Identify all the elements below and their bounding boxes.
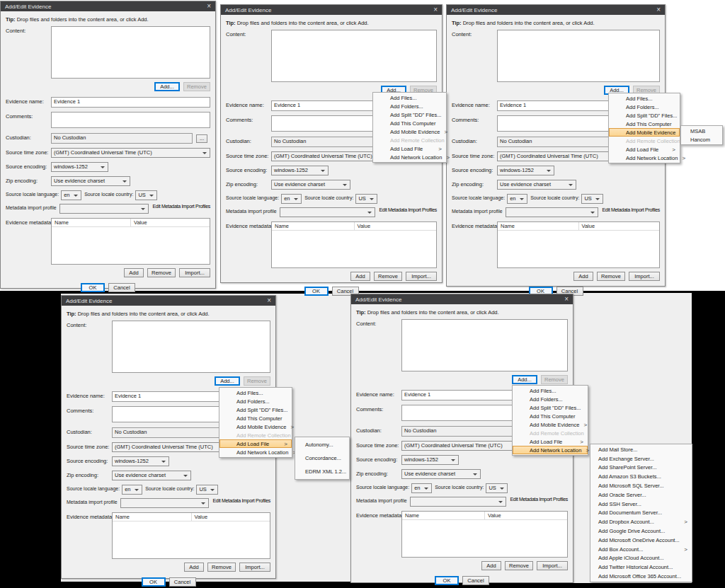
ok-button[interactable]: OK (304, 287, 329, 296)
metadata-import-profile-select[interactable] (410, 497, 507, 507)
source-encoding-select[interactable]: windows-1252 (51, 162, 108, 172)
menu-item-add-network-location[interactable]: Add Network Location> (219, 448, 292, 456)
menu-item-add-split-dd-files[interactable]: Add Split "DD" Files... (373, 110, 446, 119)
menu-item-add-this-computer[interactable]: Add This Computer (609, 120, 680, 128)
add-button[interactable]: Add... (154, 82, 180, 91)
content-drop-area[interactable] (497, 30, 660, 82)
edit-metadata-import-profiles-link[interactable]: Edit Metadata Import Profiles (212, 498, 270, 503)
close-icon[interactable]: × (207, 3, 211, 10)
close-icon[interactable]: × (656, 6, 661, 13)
metadata-remove-button[interactable]: Remove (597, 272, 625, 281)
menu-item-add-mobile-evidence[interactable]: Add Mobile Evidence> (513, 420, 588, 429)
menu-item-add-this-computer[interactable]: Add This Computer (219, 414, 292, 422)
source-time-zone-select[interactable]: (GMT) Coordinated Universal Time (UTC) (51, 148, 210, 158)
submenu-item-add-amazon-s3-buckets[interactable]: Add Amazon S3 Buckets... (590, 472, 692, 481)
source-locale-language-select[interactable]: en (61, 190, 81, 200)
submenu-item-add-microsoft-sql-server[interactable]: Add Microsoft SQL Server... (590, 481, 692, 490)
close-icon[interactable]: × (564, 296, 569, 303)
submenu-item-add-google-drive-account[interactable]: Add Google Drive Account... (590, 526, 692, 536)
menu-item-add-folders[interactable]: Add Folders... (373, 102, 446, 110)
source-locale-language-select[interactable]: en (122, 485, 142, 495)
zip-encoding-select[interactable]: Use evidence charset (401, 469, 481, 479)
submenu-item-add-documentum-server[interactable]: Add Documentum Server... (590, 509, 692, 518)
zip-encoding-select[interactable]: Use evidence charset (112, 471, 191, 480)
menu-item-add-mobile-evidence[interactable]: Add Mobile Evidence> (373, 127, 446, 136)
metadata-import-profile-select[interactable] (280, 207, 376, 217)
metadata-import-button[interactable]: Import... (406, 272, 437, 281)
submenu-item-add-apple-icloud-account[interactable]: Add Apple iCloud Account... (590, 554, 692, 563)
menu-item-add-network-location[interactable]: Add Network Location> (609, 154, 680, 162)
metadata-import-profile-select[interactable] (120, 498, 210, 508)
cancel-button[interactable]: Cancel (462, 576, 489, 585)
submenu-item-concordance[interactable]: Concordance... (295, 451, 349, 465)
ok-button[interactable]: OK (142, 577, 166, 587)
metadata-import-profile-select[interactable] (506, 207, 599, 217)
close-icon[interactable]: × (267, 297, 271, 304)
metadata-add-button[interactable]: Add (124, 268, 144, 277)
submenu-item-add-exchange-server[interactable]: Add Exchange Server... (590, 454, 692, 463)
dialog-titlebar[interactable]: Add/Edit Evidence × (1, 1, 215, 11)
source-locale-country-select[interactable]: US (486, 483, 508, 493)
evidence-metadata-table[interactable]: Name Value (51, 218, 210, 265)
metadata-remove-button[interactable]: Remove (374, 272, 402, 281)
submenu-item-add-mail-store[interactable]: Add Mail Store... (590, 445, 692, 454)
menu-item-add-split-dd-files[interactable]: Add Split "DD" Files... (219, 405, 292, 414)
source-encoding-select[interactable]: windows-1252 (497, 166, 554, 175)
menu-item-add-load-file[interactable]: Add Load File> (513, 437, 588, 446)
custodian-browse-button[interactable]: ... (196, 134, 207, 143)
menu-item-add-files[interactable]: Add Files... (219, 388, 292, 397)
edit-metadata-import-profiles-link[interactable]: Edit Metadata Import Profiles (379, 207, 437, 212)
submenu-item-add-sharepoint-server[interactable]: Add SharePoint Server... (590, 463, 692, 473)
submenu-item-autonomy[interactable]: Autonomy... (295, 438, 349, 451)
dialog-titlebar[interactable]: Add/Edit Evidence × (62, 296, 275, 306)
menu-item-add-files[interactable]: Add Files... (373, 93, 446, 102)
submenu-item-hancom[interactable]: Hancom (681, 135, 722, 144)
content-drop-area[interactable] (401, 319, 568, 371)
ok-button[interactable]: OK (81, 283, 105, 292)
source-locale-country-select[interactable]: US (355, 194, 377, 204)
dialog-titlebar[interactable]: Add/Edit Evidence × (221, 5, 442, 15)
content-drop-area[interactable] (51, 26, 210, 79)
evidence-metadata-table[interactable]: Name Value (497, 221, 660, 268)
zip-encoding-select[interactable]: Use evidence charset (51, 176, 130, 186)
submenu-item-add-dropbox-account[interactable]: Add Dropbox Account...> (590, 517, 692, 526)
edit-metadata-import-profiles-link[interactable]: Edit Metadata Import Profiles (152, 204, 210, 209)
add-button[interactable]: Add... (215, 376, 240, 386)
menu-item-add-load-file[interactable]: Add Load File> (219, 439, 292, 448)
menu-item-add-network-location[interactable]: Add Network Location> (513, 446, 588, 454)
menu-item-add-mobile-evidence[interactable]: Add Mobile Evidence> (219, 422, 292, 431)
comments-input[interactable] (51, 112, 210, 128)
content-drop-area[interactable] (271, 30, 437, 82)
metadata-import-button[interactable]: Import... (629, 272, 660, 281)
menu-item-add-split-dd-files[interactable]: Add Split "DD" Files... (609, 111, 680, 120)
submenu-item-add-microsoft-onedrive-account[interactable]: Add Microsoft OneDrive Account... (590, 536, 692, 545)
metadata-add-button[interactable]: Add (481, 561, 501, 570)
metadata-import-button[interactable]: Import... (239, 563, 270, 572)
edit-metadata-import-profiles-link[interactable]: Edit Metadata Import Profiles (510, 497, 568, 502)
source-locale-country-select[interactable]: US (581, 194, 603, 204)
metadata-add-button[interactable]: Add (184, 563, 204, 572)
submenu-item-add-oracle-server[interactable]: Add Oracle Server... (590, 490, 692, 500)
menu-item-add-folders[interactable]: Add Folders... (513, 395, 588, 403)
source-locale-country-select[interactable]: US (196, 485, 218, 495)
menu-item-add-split-dd-files[interactable]: Add Split "DD" Files... (513, 403, 588, 412)
submenu-item-add-microsoft-office-365-account[interactable]: Add Microsoft Office 365 Account... (590, 572, 692, 581)
cancel-button[interactable]: Cancel (169, 577, 196, 587)
menu-item-add-this-computer[interactable]: Add This Computer (373, 119, 446, 127)
evidence-metadata-table[interactable]: Name Value (271, 221, 437, 268)
menu-item-add-load-file[interactable]: Add Load File> (373, 144, 446, 153)
zip-encoding-select[interactable]: Use evidence charset (271, 180, 350, 190)
source-locale-language-select[interactable]: en (281, 194, 302, 204)
menu-item-add-network-location[interactable]: Add Network Location> (373, 153, 446, 161)
metadata-import-profile-select[interactable] (59, 204, 149, 214)
source-encoding-select[interactable]: windows-1252 (112, 456, 169, 466)
menu-item-add-folders[interactable]: Add Folders... (219, 397, 292, 405)
source-encoding-select[interactable]: windows-1252 (401, 455, 459, 465)
edit-metadata-import-profiles-link[interactable]: Edit Metadata Import Profiles (602, 207, 660, 212)
metadata-add-button[interactable]: Add (350, 272, 370, 281)
dialog-titlebar[interactable]: Add/Edit Evidence × (447, 5, 665, 15)
zip-encoding-select[interactable]: Use evidence charset (497, 180, 576, 190)
menu-item-add-load-file[interactable]: Add Load File> (609, 145, 680, 154)
add-button[interactable]: Add... (512, 375, 537, 384)
evidence-metadata-table[interactable]: Name Value (112, 512, 270, 559)
